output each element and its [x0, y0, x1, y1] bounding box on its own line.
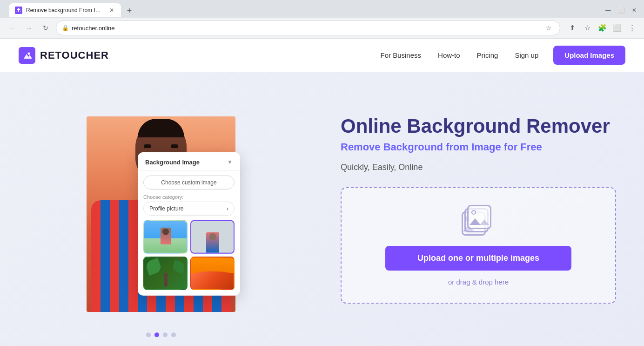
- person-eye-right: [171, 144, 178, 148]
- refresh-button[interactable]: ↻: [39, 21, 52, 34]
- hero-description: Quickly, Easily, Online: [341, 163, 616, 172]
- dot-4[interactable]: [171, 332, 176, 337]
- navbar: RETOUCHER For Business How-to Pricing Si…: [0, 39, 644, 72]
- choose-category-label: Choose category:: [138, 194, 240, 201]
- hero-left: Background Image ▼ Choose custom image C…: [0, 72, 322, 346]
- category-chevron-icon: ›: [227, 205, 228, 211]
- navbar-upload-button[interactable]: Upload Images: [553, 46, 625, 65]
- url-actions: ☆: [543, 22, 554, 34]
- nav-links: For Business How-to Pricing Sign up: [381, 51, 539, 59]
- popup-header: Background Image ▼: [138, 152, 240, 170]
- address-bar: ← → ↻ 🔒 retoucher.online ☆ ⬆ ☆ 🧩 ⬜ ⋮: [0, 18, 644, 38]
- forward-button[interactable]: →: [22, 21, 35, 34]
- hero-title: Online Background Remover: [341, 115, 616, 137]
- carousel-dots: [146, 332, 176, 337]
- person-eye-left: [144, 144, 151, 148]
- bookmark-button[interactable]: ☆: [581, 21, 594, 34]
- minimize-button[interactable]: ─: [602, 4, 614, 16]
- profile-button[interactable]: ⬜: [610, 21, 624, 34]
- upload-images-button[interactable]: Upload one or multiple images: [385, 246, 571, 271]
- menu-button[interactable]: ⋮: [625, 21, 638, 34]
- page-content: RETOUCHER For Business How-to Pricing Si…: [0, 39, 644, 346]
- popup-title: Background Image: [145, 158, 200, 165]
- browser-actions: ⬆ ☆ 🧩 ⬜ ⋮: [566, 21, 638, 34]
- title-bar: Remove background From Imag... ✕ + ─ ⬜ ✕: [0, 0, 644, 18]
- back-button[interactable]: ←: [6, 21, 19, 34]
- logo[interactable]: RETOUCHER: [19, 47, 109, 64]
- tab-close-button[interactable]: ✕: [108, 7, 115, 14]
- person-hair: [138, 119, 184, 137]
- drag-drop-text: or drag & drop here: [448, 278, 509, 286]
- nav-link-pricing[interactable]: Pricing: [477, 51, 498, 59]
- category-value: Profile picture: [149, 205, 183, 211]
- active-tab[interactable]: Remove background From Imag... ✕: [9, 3, 121, 17]
- hero-section: Background Image ▼ Choose custom image C…: [0, 72, 644, 346]
- img-stack-front: [467, 205, 491, 229]
- tab-favicon: [15, 7, 22, 14]
- thumbnail-portrait[interactable]: [190, 220, 235, 253]
- thumbnail-grid: [138, 220, 240, 290]
- dot-1[interactable]: [146, 332, 151, 337]
- thumbnail-desert[interactable]: [190, 256, 235, 290]
- category-select[interactable]: Profile picture ›: [143, 201, 235, 215]
- extensions-button[interactable]: 🧩: [596, 21, 609, 34]
- person-image-container: Background Image ▼ Choose custom image C…: [73, 107, 249, 312]
- restore-button[interactable]: ⬜: [615, 4, 627, 16]
- dot-3[interactable]: [163, 332, 168, 337]
- window-controls-right: ─ ⬜ ✕: [602, 4, 640, 16]
- thumbnail-beach[interactable]: [143, 220, 188, 253]
- popup-chevron-icon: ▼: [227, 159, 233, 165]
- url-text: retoucher.online: [72, 25, 540, 32]
- tab-title: Remove background From Imag...: [26, 7, 104, 14]
- thumbnail-plant[interactable]: [143, 256, 188, 290]
- dot-2[interactable]: [154, 332, 159, 337]
- share-button[interactable]: ⬆: [566, 21, 579, 34]
- upload-icon-container: [462, 205, 495, 238]
- logo-text: RETOUCHER: [40, 49, 109, 61]
- nav-link-how-to[interactable]: How-to: [438, 51, 460, 59]
- bookmark-icon[interactable]: ☆: [543, 22, 554, 34]
- svg-point-0: [28, 52, 30, 54]
- close-button[interactable]: ✕: [628, 4, 640, 16]
- logo-icon: [19, 47, 35, 64]
- upload-drop-zone[interactable]: Upload one or multiple images or drag & …: [341, 187, 616, 304]
- hero-right: Online Background Remover Remove Backgro…: [322, 72, 644, 346]
- browser-chrome: Remove background From Imag... ✕ + ─ ⬜ ✕…: [0, 0, 644, 39]
- choose-custom-image-button[interactable]: Choose custom image: [143, 175, 235, 189]
- tab-bar: Remove background From Imag... ✕ +: [9, 3, 600, 17]
- background-image-popup: Background Image ▼ Choose custom image C…: [138, 152, 240, 295]
- new-tab-button[interactable]: +: [123, 4, 136, 17]
- nav-link-sign-up[interactable]: Sign up: [515, 51, 538, 59]
- nav-link-for-business[interactable]: For Business: [381, 51, 422, 59]
- hero-subtitle: Remove Background from Image for Free: [341, 141, 616, 153]
- lock-icon: 🔒: [62, 25, 69, 31]
- url-bar[interactable]: 🔒 retoucher.online ☆: [56, 20, 560, 35]
